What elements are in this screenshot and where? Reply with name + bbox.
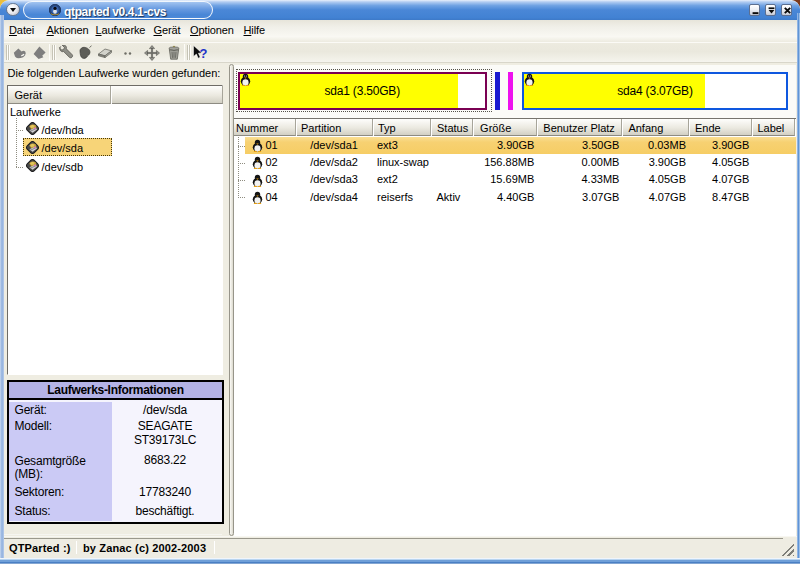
svg-text:?: ? — [200, 46, 208, 61]
